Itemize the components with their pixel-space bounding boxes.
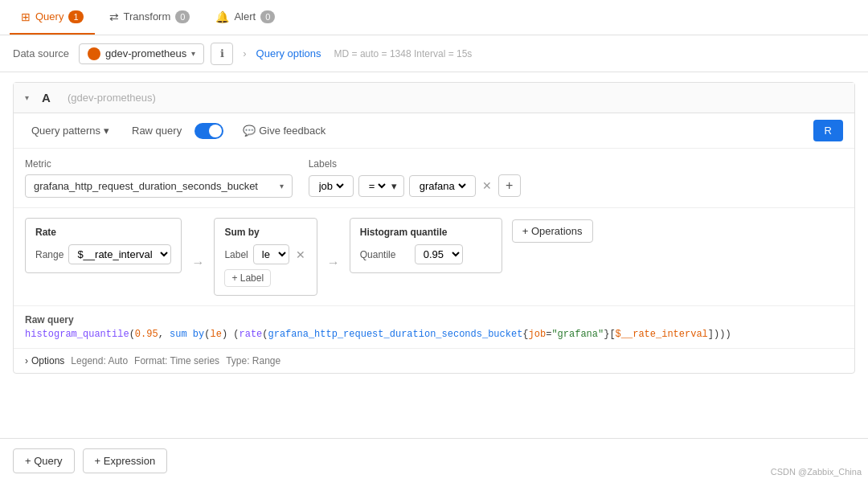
quantile-label: Quantile [360, 249, 408, 260]
options-format: Format: Time series [134, 355, 219, 366]
options-toggle[interactable]: › Options [25, 355, 64, 366]
raw-query-toggle[interactable] [194, 123, 223, 139]
tab-alert-badge: 0 [260, 10, 275, 23]
datasource-select[interactable]: gdev-prometheus ▾ [79, 43, 204, 64]
quantile-select[interactable]: 0.95 [415, 244, 463, 264]
query-header: ▾ A (gdev-prometheus) [14, 83, 854, 113]
histogram-box: Histogram quantile Quantile 0.95 [350, 218, 502, 273]
tab-query[interactable]: ⊞ Query 1 [10, 0, 95, 35]
transform-icon: ⇄ [109, 10, 119, 23]
operations-row: Rate Range $__rate_interval → Sum by Lab… [14, 208, 854, 306]
watermark: CSDN @Zabbix_China [771, 467, 862, 477]
options-row: › Options Legend: Auto Format: Time seri… [14, 349, 854, 373]
raw-query-code: histogram_quantile(0.95, sum by(le) (rat… [25, 329, 843, 340]
label-op-select[interactable]: = [366, 179, 388, 193]
range-select[interactable]: $__rate_interval [68, 244, 171, 264]
run-button[interactable]: R [813, 120, 843, 141]
query-patterns-chevron: ▾ [104, 125, 109, 137]
rate-title: Rate [35, 227, 171, 238]
rq-space1 [187, 329, 193, 340]
rq-func-histogram: histogram_quantile [25, 329, 129, 340]
rq-interval: $__rate_interval [616, 329, 708, 340]
tab-alert[interactable]: 🔔 Alert 0 [204, 0, 286, 35]
query-patterns-button[interactable]: Query patterns ▾ [25, 121, 116, 140]
sum-by-box: Sum by Label le ✕ + Label [214, 218, 317, 296]
feedback-icon: 💬 [243, 125, 256, 137]
rq-job-val: "grafana" [551, 329, 604, 340]
info-button[interactable]: ℹ [211, 43, 233, 65]
labels-label: Labels [309, 158, 843, 170]
rq-func-rate: rate [239, 329, 262, 340]
label-op-chevron: ▾ [391, 180, 397, 192]
datasource-label-text: Data source [13, 47, 69, 59]
options-chevron-icon: › [25, 355, 28, 366]
sum-by-field: Label le ✕ [224, 244, 306, 264]
query-patterns-label: Query patterns [31, 125, 100, 137]
query-toolbar: Query patterns ▾ Raw query 💬 Give feedba… [14, 113, 854, 149]
rq-bracket1: [ [609, 329, 615, 340]
add-expression-button[interactable]: + Expression [83, 448, 168, 473]
metric-select[interactable]: grafana_http_request_duration_seconds_bu… [25, 174, 293, 198]
datasource-icon [88, 47, 100, 60]
collapse-icon[interactable]: ▾ [25, 93, 29, 102]
range-label: Range [35, 249, 63, 260]
labels-row: job = ▾ grafana ✕ + [309, 174, 843, 197]
sum-by-label-select[interactable]: le [253, 244, 289, 264]
datasource-name: gdev-prometheus [105, 47, 186, 59]
histogram-field: Quantile 0.95 [360, 244, 492, 264]
options-type: Type: Range [226, 355, 280, 366]
sum-by-title: Sum by [224, 227, 306, 238]
rate-box: Rate Range $__rate_interval [25, 218, 182, 273]
add-query-button[interactable]: + Query [13, 448, 75, 473]
feedback-button[interactable]: 💬 Give feedback [236, 121, 332, 140]
label-value-pill: grafana [409, 175, 476, 197]
labels-section: Labels job = ▾ grafana ✕ + [309, 158, 843, 197]
rq-le-label: le [210, 329, 221, 340]
rq-paren3: ) ( [222, 329, 240, 340]
metric-label: Metric [25, 158, 293, 170]
sum-by-add-label-button[interactable]: + Label [224, 269, 271, 287]
rq-quantile-val: 0.95 [135, 329, 158, 340]
query-options-link[interactable]: Query options [256, 47, 321, 59]
sum-by-clear-button[interactable]: ✕ [294, 248, 307, 261]
rq-bracket2: ]))) [708, 329, 731, 340]
tab-transform[interactable]: ⇄ Transform 0 [98, 0, 202, 35]
metric-section: Metric grafana_http_request_duration_sec… [25, 158, 293, 198]
rq-paren1: ( [129, 329, 135, 340]
rq-metric-name: grafana_http_request_duration_seconds_bu… [268, 329, 523, 340]
rq-comma1: , [158, 329, 170, 340]
options-legend: Legend: Auto [71, 355, 128, 366]
label-pill-job: job [309, 175, 354, 197]
chevron-down-icon: ▾ [191, 49, 195, 58]
metric-value: grafana_http_request_duration_seconds_bu… [34, 180, 258, 192]
options-label: Options [31, 355, 64, 366]
tab-query-label: Query [35, 10, 63, 23]
raw-query-toggle-label: Raw query [132, 125, 182, 137]
query-icon: ⊞ [21, 10, 31, 23]
tab-transform-label: Transform [124, 10, 171, 23]
rq-job-key: job [529, 329, 547, 340]
toggle-knob [209, 125, 222, 137]
add-label-button[interactable]: + [498, 174, 521, 197]
tab-bar: ⊞ Query 1 ⇄ Transform 0 🔔 Alert 0 [0, 0, 868, 35]
metric-labels-row: Metric grafana_http_request_duration_sec… [14, 149, 854, 208]
arrow-rate-sumby: → [191, 256, 204, 270]
raw-query-section: Raw query histogram_quantile(0.95, sum b… [14, 306, 854, 349]
label-op-pill: = ▾ [358, 175, 404, 197]
rate-field: Range $__rate_interval [35, 244, 171, 264]
datasource-bar: Data source gdev-prometheus ▾ ℹ › Query … [0, 35, 868, 72]
feedback-label: Give feedback [259, 125, 326, 137]
histogram-title: Histogram quantile [360, 227, 492, 238]
tab-alert-label: Alert [234, 10, 256, 23]
tab-query-badge: 1 [68, 10, 83, 23]
label-key-select[interactable]: job [316, 179, 346, 193]
metric-chevron: ▾ [280, 182, 284, 190]
add-operations-button[interactable]: + Operations [512, 219, 593, 243]
label-clear-button[interactable]: ✕ [481, 179, 493, 192]
query-options-meta: MD = auto = 1348 Interval = 15s [334, 48, 473, 59]
label-value-select[interactable]: grafana [416, 179, 469, 193]
alert-icon: 🔔 [215, 10, 229, 23]
rq-paren4: ( [262, 329, 268, 340]
rq-by-kw: by [193, 329, 204, 340]
query-block: ▾ A (gdev-prometheus) Query patterns ▾ R… [13, 82, 855, 374]
